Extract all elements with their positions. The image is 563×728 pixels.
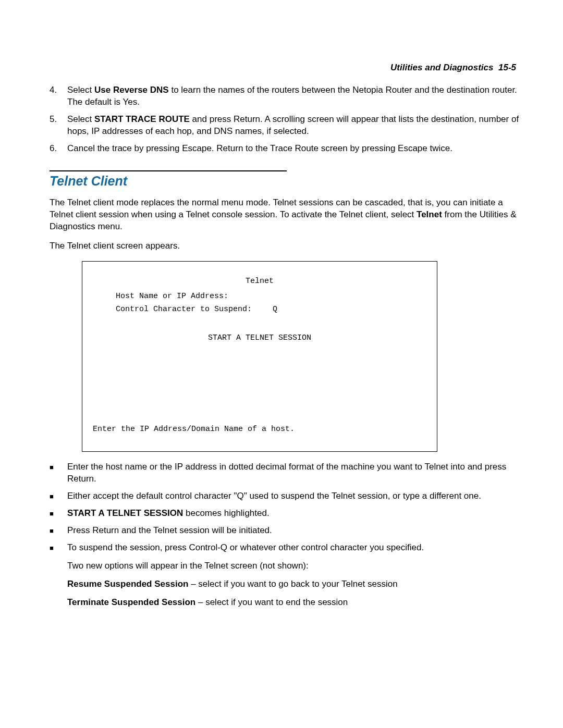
list-item: ■ Either accept the default control char… bbox=[50, 490, 521, 502]
list-item-text: START A TELNET SESSION becomes highlight… bbox=[67, 508, 521, 520]
step-number: 4. bbox=[50, 84, 67, 108]
control-char-row: Control Character to Suspend:Q bbox=[116, 303, 426, 316]
telnet-intro-para-2: The Telnet client screen appears. bbox=[50, 240, 521, 252]
section-divider bbox=[50, 170, 287, 171]
step-number: 6. bbox=[50, 143, 67, 155]
step-4: 4. Select Use Reverse DNS to learn the n… bbox=[50, 84, 521, 108]
list-item: ■ To suspend the session, press Control-… bbox=[50, 542, 521, 554]
suspend-options-intro: Two new options will appear in the Telne… bbox=[67, 560, 521, 572]
start-telnet-session-label: START A TELNET SESSION bbox=[93, 332, 426, 345]
step-text: Cancel the trace by pressing Escape. Ret… bbox=[67, 143, 521, 155]
bullet-icon: ■ bbox=[50, 461, 67, 485]
telnet-screen-title: Telnet bbox=[93, 275, 426, 288]
list-item-text: Press Return and the Telnet session will… bbox=[67, 525, 521, 537]
page-content: Utilities and Diagnostics 15-5 4. Select… bbox=[0, 0, 563, 646]
telnet-terminal-screen: Telnet Host Name or IP Address: Control … bbox=[82, 261, 437, 452]
section-title: Utilities and Diagnostics bbox=[390, 63, 493, 72]
telnet-intro-para-1: The Telnet client mode replaces the norm… bbox=[50, 197, 521, 233]
telnet-bold: Telnet bbox=[417, 209, 442, 219]
resume-option: Resume Suspended Session – select if you… bbox=[67, 578, 521, 590]
bullet-icon: ■ bbox=[50, 525, 67, 537]
bullet-icon: ■ bbox=[50, 490, 67, 502]
resume-suspended-session-bold: Resume Suspended Session bbox=[67, 579, 188, 589]
step-5: 5. Select START TRACE ROUTE and press Re… bbox=[50, 114, 521, 138]
bullet-icon: ■ bbox=[50, 542, 67, 554]
trace-route-steps: 4. Select Use Reverse DNS to learn the n… bbox=[50, 84, 521, 155]
start-trace-route-label: START TRACE ROUTE bbox=[94, 114, 190, 124]
host-name-field-label: Host Name or IP Address: bbox=[116, 290, 426, 303]
telnet-hint-text: Enter the IP Address/Domain Name of a ho… bbox=[93, 423, 295, 436]
terminate-option: Terminate Suspended Session – select if … bbox=[67, 597, 521, 609]
list-item-text: Enter the host name or the IP address in… bbox=[67, 461, 521, 485]
list-item: ■ START A TELNET SESSION becomes highlig… bbox=[50, 508, 521, 520]
start-telnet-session-bold: START A TELNET SESSION bbox=[67, 508, 183, 518]
telnet-instructions-list: ■ Enter the host name or the IP address … bbox=[50, 461, 521, 554]
list-item-text: To suspend the session, press Control-Q … bbox=[67, 542, 521, 554]
step-text: Select START TRACE ROUTE and press Retur… bbox=[67, 114, 521, 138]
control-char-value: Q bbox=[273, 303, 277, 316]
step-6: 6. Cancel the trace by pressing Escape. … bbox=[50, 143, 521, 155]
terminate-suspended-session-bold: Terminate Suspended Session bbox=[67, 597, 195, 607]
step-text: Select Use Reverse DNS to learn the name… bbox=[67, 84, 521, 108]
step-number: 5. bbox=[50, 114, 67, 138]
list-item: ■ Press Return and the Telnet session wi… bbox=[50, 525, 521, 537]
list-item-text: Either accept the default control charac… bbox=[67, 490, 521, 502]
running-header: Utilities and Diagnostics 15-5 bbox=[50, 63, 521, 73]
list-item: ■ Enter the host name or the IP address … bbox=[50, 461, 521, 485]
control-char-label: Control Character to Suspend: bbox=[116, 305, 252, 314]
telnet-client-heading: Telnet Client bbox=[50, 174, 521, 189]
page-reference: 15-5 bbox=[498, 63, 516, 72]
bullet-icon: ■ bbox=[50, 508, 67, 520]
use-reverse-dns-label: Use Reverse DNS bbox=[94, 85, 169, 95]
